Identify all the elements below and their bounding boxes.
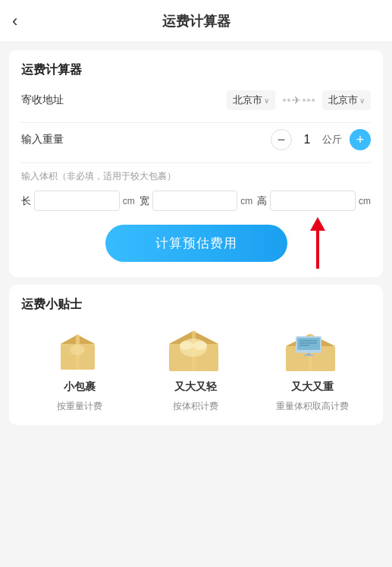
to-city-label: 北京市 [328,93,358,107]
tips-item-heavy: 又大又重 重量体积取高计费 [260,325,365,413]
svg-rect-19 [304,354,313,356]
volume-section: 输入体积（非必填，适用于较大包裹） 长 cm 宽 cm 高 cm [21,169,371,211]
small-package-desc: 按重量计费 [57,400,102,413]
svg-point-8 [180,341,193,350]
calc-button-wrap: 计算预估费用 [21,225,371,262]
tips-title: 运费小贴士 [21,297,371,313]
small-package-name: 小包裹 [64,380,96,394]
arrow-shaft [316,231,319,269]
weight-label: 输入重量 [21,133,70,146]
width-unit: cm [240,196,252,206]
from-city-selector[interactable]: 北京市 ∨ [227,90,275,110]
svg-point-9 [193,341,207,350]
dot2 [287,99,290,102]
height-input[interactable] [270,191,356,211]
heavy-package-name: 又大又重 [291,380,334,394]
from-city-label: 北京市 [233,93,262,107]
weight-plus-button[interactable]: + [350,129,371,150]
tips-items: 小包裹 按重量计费 又大又轻 按体积计费 [21,325,371,413]
arrow-annotation [310,217,325,269]
arrow-head [310,217,325,231]
length-label: 长 [21,194,31,208]
heavy-package-desc: 重量体积取高计费 [276,400,349,413]
tips-card: 运费小贴士 小包裹 按重量计费 [9,285,383,425]
width-group: 宽 cm [140,191,253,211]
divider2 [21,162,371,163]
height-label: 高 [257,194,267,208]
tips-item-light: 又大又轻 按体积计费 [143,325,248,413]
address-label: 寄收地址 [21,93,70,107]
tips-item-small: 小包裹 按重量计费 [27,325,132,413]
from-city-chevron-icon: ∨ [264,96,269,105]
dot3 [303,99,306,102]
weight-unit: 公斤 [322,133,342,146]
width-label: 宽 [140,194,149,208]
address-selectors: 北京市 ∨ ✈ 北京市 ∨ [70,90,371,110]
page-title: 运费计算器 [162,12,230,30]
light-package-icon [165,325,226,374]
weight-row: 输入重量 − 1 公斤 + [21,129,371,150]
back-button[interactable]: ‹ [12,11,17,31]
width-input[interactable] [152,191,238,211]
weight-minus-button[interactable]: − [271,129,292,150]
dot4 [307,99,310,102]
header: ‹ 运费计算器 [0,0,392,43]
svg-rect-14 [297,338,320,350]
length-input[interactable] [34,191,120,211]
red-arrow-icon [310,217,325,269]
dot1 [283,99,286,102]
volume-inputs: 长 cm 宽 cm 高 cm [21,191,371,211]
length-group: 长 cm [21,191,135,211]
dot5 [312,99,315,102]
heavy-package-icon [282,325,343,374]
height-unit: cm [359,196,371,206]
to-city-selector[interactable]: 北京市 ∨ [322,90,371,110]
svg-point-3 [70,345,85,355]
route-arrow: ✈ [280,94,318,106]
light-package-desc: 按体积计费 [173,400,218,413]
weight-control: − 1 公斤 + [271,129,371,150]
divider1 [21,122,371,123]
to-city-chevron-icon: ∨ [359,96,365,105]
height-group: 高 cm [257,191,371,211]
light-package-name: 又大又轻 [174,380,217,394]
calculator-title: 运费计算器 [21,62,371,78]
address-row: 寄收地址 北京市 ∨ ✈ 北京市 ∨ [21,90,371,110]
plane-icon: ✈ [292,94,301,106]
length-unit: cm [123,196,135,206]
small-package-icon [49,325,110,374]
volume-label: 输入体积（非必填，适用于较大包裹） [21,169,371,183]
calculate-button[interactable]: 计算预估费用 [105,225,287,262]
calculator-card: 运费计算器 寄收地址 北京市 ∨ ✈ 北京市 ∨ 输入重量 [9,50,383,277]
weight-value: 1 [299,133,315,146]
